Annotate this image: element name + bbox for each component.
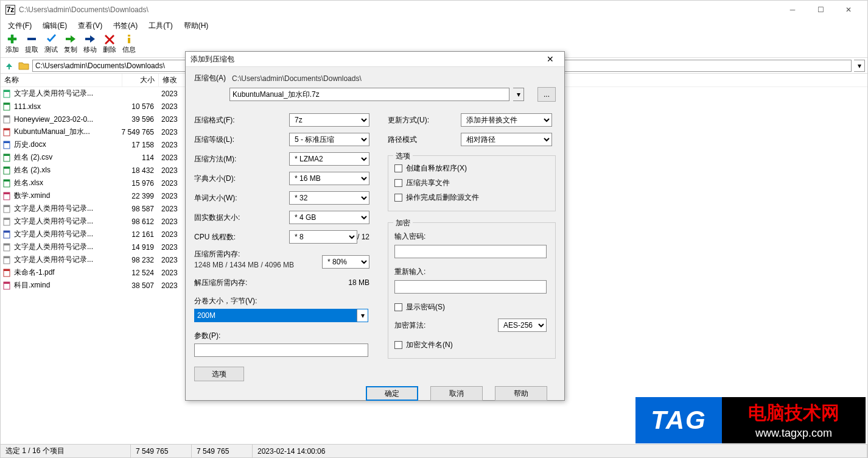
svg-rect-28 — [4, 244, 10, 245]
toolbar-move[interactable]: 移动 — [82, 33, 98, 54]
sfx-checkbox[interactable] — [394, 164, 402, 172]
dict-select[interactable]: * 16 MB — [289, 172, 369, 185]
solid-select[interactable]: * 4 GB — [289, 211, 369, 224]
toolbar-extract-label: 提取 — [25, 45, 38, 54]
format-label: 压缩格式(F): — [194, 115, 289, 125]
share-row[interactable]: 压缩共享文件 — [394, 175, 549, 190]
svg-rect-1 — [128, 35, 130, 37]
watermark-line1: 电脑技术网 — [748, 401, 839, 426]
archive-name-input[interactable] — [229, 88, 509, 101]
delete-row[interactable]: 操作完成后删除源文件 — [394, 190, 549, 205]
file-icon — [2, 217, 12, 227]
menubar: 文件(F) 编辑(E) 查看(V) 书签(A) 工具(T) 帮助(H) — [1, 19, 867, 32]
archive-name-dropdown[interactable]: ▾ — [513, 88, 524, 101]
memc-pct-select[interactable]: * 80% — [322, 255, 369, 269]
encnames-row[interactable]: 加密文件名(N) — [394, 337, 549, 352]
algo-select[interactable]: AES-256 — [498, 319, 547, 332]
file-name: KubuntuManual_加水... — [14, 127, 121, 137]
check-icon — [45, 33, 57, 44]
encryption-group: 加密 输入密码: 重新输入: 显示密码(S) 加密算法: AES-256 加密文… — [388, 222, 556, 359]
minus-icon — [26, 33, 38, 44]
menu-bookmark[interactable]: 书签(A) — [108, 19, 142, 32]
ok-button[interactable]: 确定 — [366, 386, 418, 401]
toolbar-extract[interactable]: 提取 — [24, 33, 40, 54]
memc-value: 1248 MB / 1434 MB / 4096 MB — [194, 261, 322, 269]
toolbar-delete[interactable]: 删除 — [102, 33, 117, 54]
showpass-row[interactable]: 显示密码(S) — [394, 300, 549, 314]
svg-rect-6 — [4, 103, 10, 105]
col-name[interactable]: 名称 — [1, 74, 122, 86]
help-button[interactable]: 帮助 — [495, 386, 547, 401]
password2-input[interactable] — [394, 280, 547, 294]
menu-view[interactable]: 查看(V) — [73, 19, 107, 32]
level-select[interactable]: 5 - 标准压缩 — [289, 133, 369, 146]
menu-tool[interactable]: 工具(T) — [144, 19, 177, 32]
toolbar-add[interactable]: 添加 — [4, 33, 20, 54]
archive-path: C:\Users\admin\Documents\Downloads\ — [232, 74, 362, 83]
menu-help[interactable]: 帮助(H) — [179, 19, 214, 32]
menu-file[interactable]: 文件(F) — [3, 19, 37, 32]
showpass-checkbox[interactable] — [394, 303, 402, 311]
method-label: 压缩方法(M): — [194, 154, 289, 164]
format-select[interactable]: 7z — [289, 113, 369, 127]
file-icon — [2, 140, 12, 150]
file-size: 22 399 — [121, 192, 158, 200]
minimize-button[interactable]: ─ — [779, 1, 807, 19]
statusbar: 选定 1 / 16 个项目 7 549 765 7 549 765 2023-0… — [1, 444, 867, 457]
toolbar-test[interactable]: 测试 — [43, 33, 59, 54]
browse-button[interactable]: ... — [537, 87, 556, 102]
arrow-right-dark-icon — [84, 33, 96, 44]
toolbar-test-label: 测试 — [44, 45, 58, 54]
maximize-button[interactable]: ☐ — [807, 1, 835, 19]
file-name: Honeyview_2023-02-0... — [14, 115, 121, 124]
file-date: 2023 — [158, 102, 188, 111]
param-label: 参数(P): — [194, 331, 369, 341]
folder-icon — [18, 60, 30, 72]
svg-rect-0 — [27, 38, 36, 40]
password-input[interactable] — [394, 245, 547, 258]
method-select[interactable]: * LZMA2 — [289, 152, 369, 166]
close-button[interactable]: ✕ — [835, 1, 863, 19]
volume-input[interactable] — [195, 309, 357, 322]
dialog-title: 添加到压缩包 — [191, 54, 541, 65]
col-size[interactable]: 大小 — [122, 74, 159, 86]
toolbar-info[interactable]: 信息 — [121, 33, 137, 54]
plus-icon — [6, 33, 18, 44]
volume-combo[interactable]: ▾ — [194, 309, 368, 322]
cpu-total: / 12 — [357, 233, 369, 241]
word-select[interactable]: * 32 — [289, 191, 369, 205]
address-dropdown[interactable]: ▾ — [854, 60, 865, 72]
titlebar: 7z C:\Users\admin\Documents\Downloads\ ─… — [1, 1, 867, 19]
file-name: 科目.xmind — [14, 280, 121, 291]
word-label: 单词大小(W): — [194, 193, 289, 203]
options-button[interactable]: 选项 — [194, 367, 244, 381]
file-date: 2023 — [158, 217, 188, 226]
dialog-close-button[interactable]: ✕ — [541, 52, 559, 66]
menu-edit[interactable]: 编辑(E) — [38, 19, 72, 32]
encnames-checkbox[interactable] — [394, 341, 402, 349]
toolbar-copy[interactable]: 复制 — [63, 33, 79, 54]
svg-rect-32 — [4, 269, 10, 271]
window-title: C:\Users\admin\Documents\Downloads\ — [19, 5, 779, 14]
up-icon[interactable] — [3, 60, 15, 72]
file-date: 2023 — [158, 153, 188, 162]
file-size: 98 612 — [121, 217, 158, 226]
file-date: 2023 — [158, 205, 188, 213]
sfx-row[interactable]: 创建自释放程序(X) — [394, 161, 549, 175]
pathmode-select[interactable]: 相对路径 — [461, 133, 552, 146]
file-size: 15 976 — [121, 179, 158, 188]
pathmode-label: 路径模式 — [388, 135, 461, 145]
volume-dropdown[interactable]: ▾ — [357, 309, 368, 322]
cancel-button[interactable]: 取消 — [430, 386, 483, 401]
cpu-select[interactable]: * 8 — [289, 230, 357, 244]
file-icon — [2, 89, 12, 99]
dialog-titlebar: 添加到压缩包 ✕ — [186, 52, 564, 67]
password2-label: 重新输入: — [394, 267, 455, 277]
update-select[interactable]: 添加并替换文件 — [461, 113, 552, 127]
param-input[interactable] — [194, 344, 368, 357]
share-checkbox[interactable] — [394, 179, 402, 187]
delete-checkbox[interactable] — [394, 194, 402, 202]
file-icon — [2, 166, 12, 175]
memd-value: 18 MB — [348, 278, 369, 287]
watermark-text: 电脑技术网 www.tagxp.com — [722, 397, 866, 443]
